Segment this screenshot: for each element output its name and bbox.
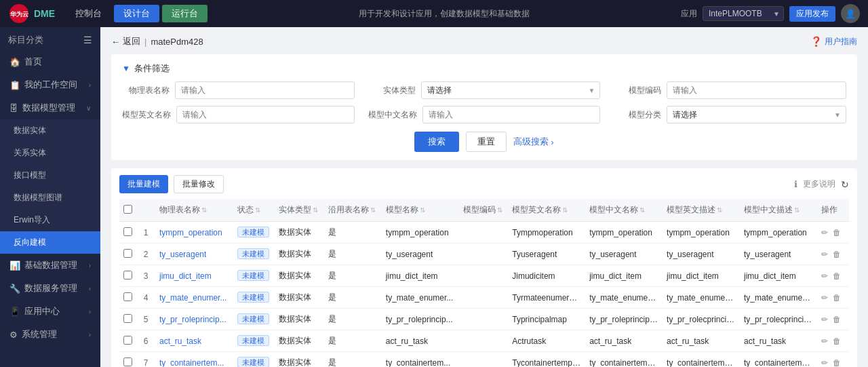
delete-icon-3[interactable]: 🗑 bbox=[833, 293, 841, 303]
delete-icon-2[interactable]: 🗑 bbox=[833, 271, 841, 281]
edit-icon-5[interactable]: ✏ bbox=[821, 336, 828, 346]
delete-icon-1[interactable]: 🗑 bbox=[833, 250, 841, 259]
filter-input-model-cn-name[interactable] bbox=[422, 106, 601, 123]
nav-tab-runtime[interactable]: 运行台 bbox=[162, 5, 208, 22]
sidebar-collapse-icon[interactable]: ☰ bbox=[83, 35, 92, 45]
search-button[interactable]: 搜索 bbox=[414, 132, 459, 152]
edit-icon-2[interactable]: ✏ bbox=[821, 271, 828, 281]
row-model-name-2: jimu_dict_item bbox=[382, 265, 459, 287]
sidebar-item-data-model-graph[interactable]: 数据模型图谱 bbox=[0, 187, 100, 209]
sidebar-item-app-center[interactable]: 📱 应用中心 › bbox=[0, 300, 100, 323]
breadcrumb: ← 返回 | matePdm428 ❓ 用户指南 bbox=[111, 35, 857, 47]
filter-row-entity-type: 实体类型 请选择 ▼ bbox=[368, 81, 601, 99]
data-service-arrow-icon: › bbox=[89, 285, 91, 292]
edit-icon-6[interactable]: ✏ bbox=[821, 358, 828, 368]
delete-icon-4[interactable]: 🗑 bbox=[833, 315, 841, 324]
app-selector-wrap: IntePLMOOTB ▼ bbox=[703, 6, 784, 21]
edit-icon-0[interactable]: ✏ bbox=[821, 228, 828, 237]
sort-model-en-name-icon[interactable]: ⇅ bbox=[562, 206, 568, 214]
sidebar-submenu-data-model: 数据实体 关系实体 接口模型 数据模型图谱 Erwin导入 反向建模 bbox=[0, 119, 100, 254]
row-model-code-6 bbox=[459, 352, 508, 368]
row-action-6: ✏ 🗑 bbox=[817, 352, 849, 368]
sort-model-cn-name-icon[interactable]: ⇅ bbox=[639, 206, 645, 214]
sort-model-en-desc-icon[interactable]: ⇅ bbox=[717, 206, 722, 214]
row-model-cn-desc-0: tympm_operation bbox=[740, 222, 817, 244]
row-model-cn-name-2: jimu_dict_item bbox=[585, 265, 663, 287]
col-entity-type: 实体类型⇅ bbox=[275, 199, 323, 222]
sidebar-item-reverse-model-label: 反向建模 bbox=[14, 237, 91, 248]
sidebar-item-data-entity[interactable]: 数据实体 bbox=[0, 119, 100, 142]
row-num-4: 5 bbox=[136, 309, 155, 330]
filter-input-table-name[interactable] bbox=[175, 81, 355, 99]
row-status-2: 未建模 bbox=[233, 265, 275, 287]
row-inherited-3: 是 bbox=[324, 287, 382, 309]
sidebar-item-erwin-import[interactable]: Erwin导入 bbox=[0, 209, 100, 231]
help-label[interactable]: 用户指南 bbox=[825, 36, 857, 47]
row-checkbox-2[interactable] bbox=[123, 271, 132, 279]
row-model-cn-desc-3: ty_mate_enumeration bbox=[740, 287, 817, 309]
filter-select-model-category[interactable]: 请选择 bbox=[667, 106, 846, 123]
row-model-name-6: ty_containertem... bbox=[382, 352, 459, 368]
filter-header[interactable]: ▼ 条件筛选 bbox=[122, 62, 846, 75]
sidebar-item-reverse-model[interactable]: 反向建模 bbox=[0, 231, 100, 254]
row-status-5: 未建模 bbox=[233, 330, 275, 352]
sidebar-item-workspace[interactable]: 📋 我的工作空间 › bbox=[0, 73, 100, 96]
row-model-code-3 bbox=[459, 287, 508, 309]
col-inherited-name: 沿用表名称⇅ bbox=[324, 199, 382, 222]
edit-icon-1[interactable]: ✏ bbox=[821, 250, 828, 259]
filter-select-entity-type[interactable]: 请选择 bbox=[421, 81, 601, 99]
row-model-cn-desc-5: act_ru_task bbox=[740, 330, 817, 352]
batch-create-button[interactable]: 批量建模 bbox=[119, 175, 168, 193]
row-action-4: ✏ 🗑 bbox=[817, 309, 849, 330]
advanced-search-button[interactable]: 高级搜索 › bbox=[513, 132, 553, 152]
row-checkbox-0[interactable] bbox=[123, 227, 132, 236]
sort-status-icon[interactable]: ⇅ bbox=[255, 206, 260, 214]
edit-icon-4[interactable]: ✏ bbox=[821, 315, 828, 324]
row-model-en-desc-1: ty_useragent bbox=[663, 244, 740, 265]
nav-tab-console[interactable]: 控制台 bbox=[66, 5, 111, 22]
sidebar-item-data-model[interactable]: 🗄 数据模型管理 ∨ bbox=[0, 96, 100, 119]
batch-edit-button[interactable]: 批量修改 bbox=[174, 175, 224, 193]
row-checkbox-5[interactable] bbox=[123, 336, 132, 345]
edit-icon-3[interactable]: ✏ bbox=[821, 293, 828, 303]
sort-model-code-icon[interactable]: ⇅ bbox=[497, 206, 502, 214]
filter-actions: 搜索 重置 高级搜索 › bbox=[122, 132, 846, 152]
filter-input-model-code[interactable] bbox=[667, 81, 846, 99]
row-inherited-5: 是 bbox=[324, 330, 382, 352]
row-checkbox-1[interactable] bbox=[123, 249, 132, 258]
sort-model-name-icon[interactable]: ⇅ bbox=[420, 206, 425, 214]
back-button[interactable]: ← 返回 bbox=[111, 35, 140, 47]
sidebar-item-interface-model[interactable]: 接口模型 bbox=[0, 164, 100, 187]
row-checkbox-6[interactable] bbox=[123, 358, 132, 366]
row-checkbox-3[interactable] bbox=[123, 292, 132, 301]
row-status-0: 未建模 bbox=[233, 222, 275, 244]
row-model-name-0: tympm_operation bbox=[382, 222, 459, 244]
sidebar-item-data-service[interactable]: 🔧 数据服务管理 › bbox=[0, 277, 100, 300]
reset-button[interactable]: 重置 bbox=[466, 132, 507, 152]
sidebar-item-relation-entity[interactable]: 关系实体 bbox=[0, 142, 100, 164]
row-checkbox-4[interactable] bbox=[123, 314, 132, 323]
sidebar-item-basic-data[interactable]: 📊 基础数据管理 › bbox=[0, 254, 100, 277]
app-selector[interactable]: IntePLMOOTB bbox=[703, 6, 784, 21]
sort-physical-name-icon[interactable]: ⇅ bbox=[201, 206, 207, 214]
select-all-checkbox[interactable] bbox=[123, 205, 132, 214]
deploy-button[interactable]: 应用发布 bbox=[789, 6, 835, 22]
row-model-code-5 bbox=[459, 330, 508, 352]
delete-icon-0[interactable]: 🗑 bbox=[833, 228, 841, 237]
filter-title: 条件筛选 bbox=[134, 62, 170, 75]
row-entity-type-6: 数据实体 bbox=[275, 352, 323, 368]
sidebar-item-home[interactable]: 🏠 首页 bbox=[0, 50, 100, 73]
basic-data-arrow-icon: › bbox=[89, 262, 91, 269]
sidebar-item-system-mgmt[interactable]: ⚙ 系统管理 › bbox=[0, 323, 100, 346]
more-info-label[interactable]: 更多说明 bbox=[803, 178, 835, 190]
filter-input-model-en-name[interactable] bbox=[176, 106, 355, 123]
sort-inherited-icon[interactable]: ⇅ bbox=[370, 206, 376, 214]
user-avatar[interactable]: 👤 bbox=[841, 4, 860, 23]
sort-entity-type-icon[interactable]: ⇅ bbox=[313, 206, 318, 214]
filter-label-model-en-name: 模型英文名称 bbox=[122, 109, 171, 121]
delete-icon-6[interactable]: 🗑 bbox=[833, 358, 841, 368]
delete-icon-5[interactable]: 🗑 bbox=[833, 336, 841, 346]
sort-model-cn-desc-icon[interactable]: ⇅ bbox=[794, 206, 800, 214]
nav-tab-design[interactable]: 设计台 bbox=[114, 5, 159, 22]
refresh-icon[interactable]: ↻ bbox=[841, 179, 849, 190]
